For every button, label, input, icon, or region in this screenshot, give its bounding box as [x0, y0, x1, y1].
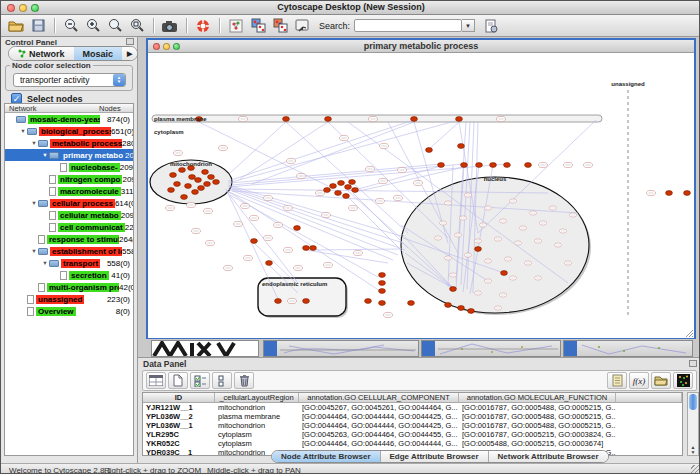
network-overlay-icon-1[interactable] [247, 16, 269, 35]
table-column-header[interactable]: _cellularLayoutRegion [215, 393, 299, 402]
network-node[interactable] [330, 184, 337, 189]
network-node[interactable] [325, 117, 332, 122]
network-node[interactable] [379, 281, 386, 286]
network-node[interactable] [468, 309, 475, 314]
float-panel-icon[interactable] [689, 360, 697, 367]
tree-row[interactable]: Overview8(0) [5, 305, 133, 317]
network-node[interactable] [266, 261, 273, 266]
scrollbar-arrows[interactable]: ▲▼ [688, 445, 698, 455]
node-color-dropdown[interactable]: transporter activity ▲▼ [13, 73, 126, 87]
tree-row[interactable]: multi-organism pro42(0) [5, 281, 133, 293]
network-node[interactable] [445, 303, 452, 308]
table-column-header[interactable]: annotation.GO MOLECULAR_FUNCTION [459, 393, 616, 402]
network-node[interactable] [684, 191, 691, 196]
table-scrollbar[interactable]: ▲▼ [687, 392, 699, 456]
network-node[interactable] [213, 180, 220, 185]
resize-grip-icon[interactable] [691, 465, 700, 474]
attribute-notes-icon[interactable] [607, 372, 627, 389]
network-node[interactable] [251, 239, 258, 244]
tree-row[interactable]: cellular metabo209(0) [5, 209, 133, 221]
background-window-sliver[interactable] [151, 340, 259, 357]
zoom-fit-icon[interactable] [126, 16, 148, 35]
network-node[interactable] [450, 287, 457, 292]
network-node[interactable] [490, 163, 497, 168]
expander-icon[interactable]: ▼ [30, 140, 38, 146]
network-node[interactable] [458, 144, 465, 149]
network-node[interactable] [303, 246, 310, 251]
network-node[interactable] [345, 185, 352, 190]
float-panel-icon[interactable] [126, 38, 134, 45]
network-node[interactable] [185, 184, 192, 189]
network-node[interactable] [426, 148, 433, 153]
expander-icon[interactable]: ▼ [41, 152, 49, 158]
search-dropdown-icon[interactable]: ▼ [462, 19, 475, 32]
zoom-in-icon[interactable] [82, 16, 104, 35]
network-node[interactable] [666, 191, 673, 196]
tree-row[interactable]: ▼cellular process614(0) [5, 197, 133, 209]
network-node[interactable] [379, 289, 386, 294]
network-node[interactable] [438, 163, 445, 168]
tab-network[interactable]: Network [9, 47, 74, 60]
tree-row[interactable]: ▼primary metabo209(0) [5, 149, 133, 161]
network-node[interactable] [411, 117, 418, 122]
network-node[interactable] [192, 190, 199, 195]
formula-builder-icon[interactable]: f(x) [629, 372, 649, 389]
network-node[interactable] [202, 170, 209, 175]
tree-row[interactable]: nucleobase-209(0) [5, 161, 133, 173]
network-node[interactable] [198, 186, 205, 191]
tree-row[interactable]: macromolecule311(0) [5, 185, 133, 197]
tab-edge-attribute-browser[interactable]: Edge Attribute Browser [381, 451, 489, 462]
window-resize-grip-icon[interactable] [686, 330, 693, 337]
zoom-out-icon[interactable] [60, 16, 82, 35]
column-selector-icon[interactable] [146, 372, 166, 389]
expander-icon[interactable]: ▼ [19, 128, 27, 134]
table-row[interactable]: YLR295Ccytoplasm[GO:0045263, GO:0044464,… [143, 430, 682, 439]
table-column-header[interactable]: annotation.GO CELLULAR_COMPONENT [299, 393, 459, 402]
network-node[interactable] [204, 182, 211, 187]
tree-row[interactable]: ▼transport558(0) [5, 257, 133, 269]
network-node[interactable] [365, 299, 372, 304]
zoom-selected-icon[interactable] [104, 16, 126, 35]
delete-attribute-icon[interactable] [234, 372, 254, 389]
background-window-sliver[interactable] [421, 340, 561, 357]
attribute-table-header[interactable]: ID_cellularLayoutRegionannotation.GO CEL… [143, 393, 682, 403]
new-attribute-icon[interactable] [168, 372, 188, 389]
scrollbar-thumb[interactable] [689, 394, 697, 410]
import-attributes-icon[interactable] [651, 372, 671, 389]
tree-col-network[interactable]: Network [5, 104, 99, 112]
network-node[interactable] [324, 188, 331, 193]
tree-row[interactable]: unassigned223(0) [5, 293, 133, 305]
network-node[interactable] [189, 175, 196, 180]
help-lifering-icon[interactable] [192, 16, 214, 35]
tree-row[interactable]: ▼establishment of lo558(0) [5, 245, 133, 257]
tree-header[interactable]: Network Nodes [5, 104, 133, 113]
tree-row[interactable]: secretion41(0) [5, 269, 133, 281]
network-node[interactable] [461, 163, 468, 168]
tree-row[interactable]: cell communicat22(0) [5, 221, 133, 233]
network-canvas[interactable]: plasma membranecytoplasmmitochondrionnuc… [148, 53, 694, 338]
network-node[interactable] [379, 301, 386, 306]
heatmap-icon[interactable] [673, 372, 693, 389]
table-column-header[interactable]: ID [143, 393, 215, 402]
network-node[interactable] [501, 271, 508, 276]
more-tabs-icon[interactable]: ▶ [122, 47, 137, 60]
unselect-attributes-icon[interactable] [212, 372, 232, 389]
network-node[interactable] [181, 195, 188, 200]
network-node[interactable] [283, 117, 290, 122]
network-node[interactable] [335, 191, 342, 196]
network-node[interactable] [475, 247, 482, 252]
network-node[interactable] [343, 194, 350, 199]
network-node[interactable] [310, 246, 317, 251]
network-overlay-icon-2[interactable] [269, 16, 291, 35]
network-node[interactable] [174, 182, 181, 187]
table-row[interactable]: YPL036W__2plasma membrane[GO:0044464, GO… [143, 412, 682, 421]
network-node[interactable] [168, 188, 175, 193]
expander-icon[interactable]: ▼ [30, 248, 38, 254]
background-window-sliver[interactable] [563, 340, 693, 357]
network-node[interactable] [349, 180, 356, 185]
table-row[interactable]: YPL036W__1mitochondrion[GO:0044464, GO:0… [143, 421, 682, 430]
select-attributes-icon[interactable] [190, 372, 210, 389]
network-node[interactable] [303, 299, 310, 304]
tab-mosaic[interactable]: Mosaic [74, 47, 123, 60]
network-node[interactable] [352, 188, 359, 193]
